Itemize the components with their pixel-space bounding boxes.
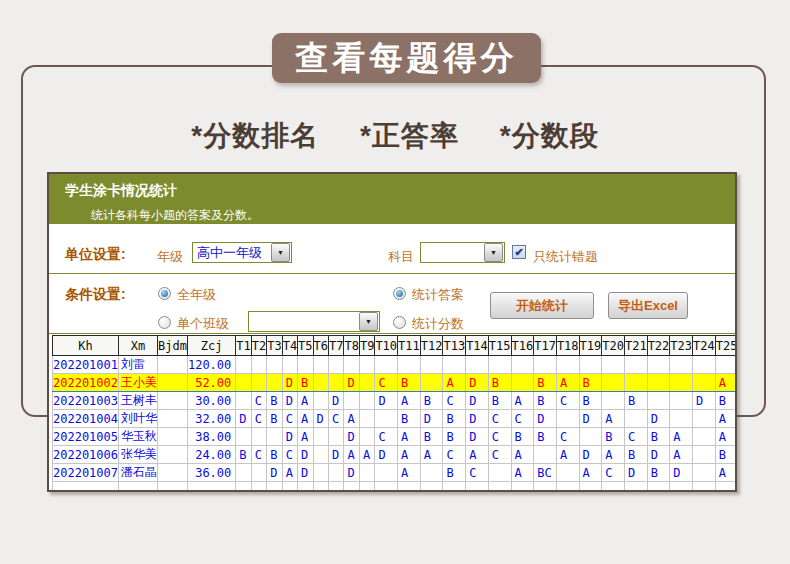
- cell-answer: C: [375, 428, 398, 446]
- cell-xm: 华玉秋: [119, 428, 158, 446]
- cell-answer: B: [267, 410, 282, 428]
- results-table: KhXmBjdmZcjT1T2T3T4T5T6T7T8T9T10T11T12T1…: [52, 335, 735, 490]
- cell-answer: [488, 356, 511, 374]
- cell-answer: [375, 356, 398, 374]
- table-row[interactable]: 202201002王小美52.00DBDCBADBBABA: [53, 374, 736, 392]
- cell-answer: [624, 356, 647, 374]
- table-row[interactable]: 202201005华玉秋38.00DADCABBDCBBCBCBAA: [53, 428, 736, 446]
- cell-empty: [488, 482, 511, 491]
- cell-answer: D: [344, 374, 359, 392]
- cell-answer: [267, 374, 282, 392]
- class-dropdown[interactable]: ▼: [248, 311, 380, 332]
- cell-answer: B: [443, 464, 466, 482]
- cell-answer: [647, 356, 670, 374]
- table-row[interactable]: 202201003王树丰30.00CBDADDABCDBABCBBDB: [53, 392, 736, 410]
- table-row[interactable]: 202201001刘雷120.00: [53, 356, 736, 374]
- cell-answer: D: [466, 410, 489, 428]
- cell-empty: [624, 482, 647, 491]
- chevron-down-icon[interactable]: ▼: [484, 243, 503, 262]
- cell-answer: B: [715, 392, 735, 410]
- panel-header: 学生涂卡情况统计 统计各科每小题的答案及分数。: [49, 174, 735, 224]
- cell-answer: A: [715, 410, 735, 428]
- column-header: T14: [466, 336, 489, 356]
- divider: [49, 273, 735, 274]
- cell-answer: C: [251, 410, 266, 428]
- cell-answer: [236, 428, 251, 446]
- grade-label: 年级: [157, 248, 183, 266]
- cell-answer: A: [359, 446, 374, 464]
- cell-answer: [647, 392, 670, 410]
- cell-answer: A: [398, 464, 421, 482]
- cell-zcj: 36.00: [187, 464, 235, 482]
- cell-answer: C: [624, 428, 647, 446]
- column-header: T18: [556, 336, 579, 356]
- export-excel-button[interactable]: 导出Excel: [608, 292, 688, 319]
- cell-answer: A: [715, 428, 735, 446]
- whole-grade-radio[interactable]: [158, 287, 171, 300]
- stat-score-radio[interactable]: [393, 316, 406, 329]
- cell-empty: [344, 482, 359, 491]
- cell-zcj: 30.00: [187, 392, 235, 410]
- chevron-down-icon[interactable]: ▼: [359, 312, 378, 331]
- cell-kh: 202201003: [53, 392, 119, 410]
- grade-dropdown[interactable]: 高中一年级 ▼: [192, 242, 292, 263]
- cell-answer: [693, 446, 716, 464]
- column-header: T10: [375, 336, 398, 356]
- only-wrong-checkbox[interactable]: ✔: [512, 245, 526, 259]
- chevron-down-icon[interactable]: ▼: [271, 243, 290, 262]
- cell-kh: 202201004: [53, 410, 119, 428]
- cell-zcj: 24.00: [187, 446, 235, 464]
- cell-answer: D: [298, 446, 313, 464]
- cell-answer: C: [329, 410, 344, 428]
- cell-xm: 张华美: [119, 446, 158, 464]
- cell-answer: [398, 356, 421, 374]
- cell-answer: A: [670, 428, 693, 446]
- cell-answer: A: [715, 374, 735, 392]
- cell-answer: [329, 464, 344, 482]
- cell-bjdm: [158, 374, 188, 392]
- cell-answer: [602, 392, 625, 410]
- cell-answer: [534, 356, 557, 374]
- cell-answer: [329, 374, 344, 392]
- cell-answer: D: [579, 446, 602, 464]
- single-class-radio[interactable]: [158, 316, 171, 329]
- cell-xm: 王树丰: [119, 392, 158, 410]
- cell-answer: B: [534, 374, 557, 392]
- cell-answer: C: [375, 374, 398, 392]
- subject-dropdown[interactable]: ▼: [420, 242, 505, 263]
- cell-answer: [647, 374, 670, 392]
- cell-bjdm: [158, 428, 188, 446]
- cell-answer: B: [579, 374, 602, 392]
- cell-answer: A: [398, 446, 421, 464]
- stat-answer-radio[interactable]: [393, 287, 406, 300]
- cell-empty: [647, 482, 670, 491]
- cell-bjdm: [158, 410, 188, 428]
- column-header: T20: [602, 336, 625, 356]
- cell-empty: [670, 482, 693, 491]
- table-row[interactable]: 202201004刘叶华32.00DCBCADCABDBDCCDDADA: [53, 410, 736, 428]
- cell-bjdm: [158, 392, 188, 410]
- table-row[interactable]: 202201006张华美24.00BCBCDDAADAACACAADABDAB: [53, 446, 736, 464]
- cell-empty: [158, 482, 188, 491]
- cell-answer: B: [236, 446, 251, 464]
- cell-empty: [329, 482, 344, 491]
- cell-answer: A: [420, 446, 443, 464]
- table-row[interactable]: 202201007潘石晶36.00DADDABCABCACDBDA: [53, 464, 736, 482]
- cell-kh: 202201007: [53, 464, 119, 482]
- cell-xm: 王小美: [119, 374, 158, 392]
- cell-answer: [313, 446, 328, 464]
- start-stats-button[interactable]: 开始统计: [490, 292, 594, 319]
- column-header: T8: [344, 336, 359, 356]
- single-class-label: 单个班级: [177, 315, 229, 333]
- cell-answer: [344, 392, 359, 410]
- cell-kh: 202201005: [53, 428, 119, 446]
- cell-empty: [282, 482, 297, 491]
- cell-answer: C: [488, 428, 511, 446]
- cell-answer: [267, 428, 282, 446]
- cell-answer: [359, 356, 374, 374]
- cell-kh: 202201002: [53, 374, 119, 392]
- column-header: T21: [624, 336, 647, 356]
- cell-answer: [420, 464, 443, 482]
- column-header: T11: [398, 336, 421, 356]
- cell-answer: A: [344, 410, 359, 428]
